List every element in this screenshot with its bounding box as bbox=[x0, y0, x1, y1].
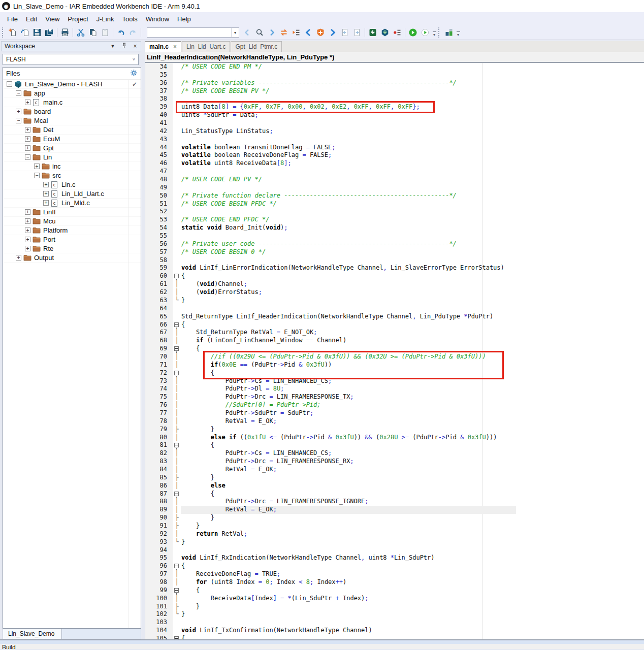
menu-jlink[interactable]: J-Link bbox=[92, 13, 118, 25]
tree-item-lin-c[interactable]: +cLin.c bbox=[3, 180, 141, 189]
menu-tools[interactable]: Tools bbox=[118, 13, 141, 25]
collapse-icon[interactable]: − bbox=[16, 118, 21, 123]
menu-project[interactable]: Project bbox=[63, 13, 92, 25]
fold-collapse-icon[interactable] bbox=[173, 345, 181, 353]
fold-collapse-icon[interactable] bbox=[173, 369, 181, 377]
menu-help[interactable]: Help bbox=[173, 13, 195, 25]
expand-icon[interactable]: + bbox=[43, 200, 49, 206]
collapse-icon[interactable]: − bbox=[25, 154, 30, 160]
tree-item-app[interactable]: −app bbox=[3, 89, 141, 98]
redo-button[interactable] bbox=[127, 26, 139, 39]
menu-edit[interactable]: Edit bbox=[22, 13, 41, 25]
expand-icon[interactable]: + bbox=[25, 218, 30, 224]
toggle-source-browser-button[interactable] bbox=[278, 26, 290, 39]
fold-collapse-icon[interactable] bbox=[173, 587, 181, 595]
tree-item-src[interactable]: −src bbox=[3, 171, 141, 180]
breakpoints-button[interactable] bbox=[391, 26, 403, 39]
configuration-selector[interactable]: FLASH ˅ bbox=[3, 54, 139, 65]
tab-gpt-lld-ptmr-c[interactable]: Gpt_Lld_Ptmr.c bbox=[231, 41, 282, 52]
tree-item-inc[interactable]: +inc bbox=[3, 162, 141, 171]
expand-icon[interactable]: + bbox=[25, 228, 30, 233]
tree-item-linif[interactable]: +LinIf bbox=[3, 208, 141, 217]
download-and-debug-button[interactable] bbox=[367, 26, 379, 39]
save-button[interactable] bbox=[31, 26, 43, 39]
tree-item-lin-lld-uart-c[interactable]: +cLin_Lld_Uart.c bbox=[3, 189, 141, 199]
menu-window[interactable]: Window bbox=[142, 13, 173, 25]
previous-bookmark-button[interactable] bbox=[302, 26, 314, 39]
tree-item-ecum[interactable]: +EcuM bbox=[3, 135, 141, 144]
expand-icon[interactable]: + bbox=[25, 145, 30, 151]
print-button[interactable] bbox=[59, 26, 71, 39]
pin-icon[interactable] bbox=[120, 43, 127, 50]
tree-item-det[interactable]: +Det bbox=[3, 125, 141, 135]
fold-collapse-icon[interactable] bbox=[173, 272, 181, 280]
previous-file-button[interactable] bbox=[339, 26, 351, 39]
expand-icon[interactable]: + bbox=[25, 100, 30, 105]
close-tab-icon[interactable]: × bbox=[173, 43, 177, 50]
menu-file[interactable]: File bbox=[3, 13, 22, 25]
undo-button[interactable] bbox=[115, 26, 127, 39]
copy-button[interactable] bbox=[87, 26, 99, 39]
tree-item-lin[interactable]: −Lin bbox=[3, 153, 141, 162]
tree-item-mcu[interactable]: +Mcu bbox=[3, 217, 141, 226]
expand-icon[interactable]: + bbox=[25, 127, 30, 133]
toolbar-overflow-dropdown[interactable]: ▾ bbox=[455, 27, 461, 38]
download-button[interactable] bbox=[379, 26, 391, 39]
find-next-button[interactable] bbox=[266, 26, 278, 39]
tree-item-board[interactable]: +board bbox=[3, 107, 141, 116]
expand-icon[interactable]: + bbox=[16, 109, 21, 114]
code-editor[interactable]: 34/* USER CODE END PM */3536/* Private v… bbox=[145, 63, 644, 639]
expand-icon[interactable]: + bbox=[16, 255, 21, 261]
toggle-bookmark-button[interactable] bbox=[314, 26, 327, 39]
toolbar-grip[interactable] bbox=[438, 27, 441, 38]
find-previous-button[interactable] bbox=[241, 26, 253, 39]
tree-item-main-c[interactable]: +cmain.c bbox=[3, 98, 141, 107]
open-document-button[interactable] bbox=[19, 26, 31, 39]
collapse-icon[interactable]: − bbox=[7, 81, 12, 87]
expand-icon[interactable]: + bbox=[43, 191, 49, 197]
workspace-tab-lin-slave-demo[interactable]: Lin_Slave_Demo bbox=[3, 629, 62, 639]
fold-collapse-icon[interactable] bbox=[173, 321, 181, 329]
chevron-down-icon[interactable]: ▾ bbox=[231, 28, 239, 37]
debug-without-downloading-button[interactable] bbox=[419, 26, 431, 39]
expand-icon[interactable]: + bbox=[25, 136, 30, 142]
tab-main-c[interactable]: main.c× bbox=[145, 41, 181, 52]
fold-collapse-icon[interactable] bbox=[173, 490, 181, 498]
goto-statement-button[interactable] bbox=[290, 26, 302, 39]
build-button[interactable] bbox=[443, 26, 455, 39]
tree-item-port[interactable]: +Port bbox=[3, 235, 141, 244]
close-workspace-icon[interactable]: × bbox=[132, 43, 139, 50]
save-all-button[interactable] bbox=[43, 26, 55, 39]
expand-icon[interactable]: + bbox=[34, 164, 40, 169]
tree-item-mcal[interactable]: −Mcal bbox=[3, 116, 141, 125]
quick-search-combobox[interactable]: ▾ bbox=[147, 27, 239, 38]
next-file-button[interactable] bbox=[351, 26, 363, 39]
workspace-menu-dropdown-icon[interactable]: ▼ bbox=[109, 44, 116, 49]
expand-icon[interactable]: + bbox=[25, 246, 30, 251]
collapse-icon[interactable]: − bbox=[34, 173, 40, 178]
tab-lin-lld-uart-c[interactable]: Lin_Lld_Uart.c bbox=[182, 41, 230, 52]
fold-collapse-icon[interactable] bbox=[173, 441, 181, 449]
gear-icon[interactable] bbox=[130, 69, 138, 78]
next-bookmark-button[interactable] bbox=[327, 26, 339, 39]
cut-button[interactable] bbox=[75, 26, 87, 39]
new-document-button[interactable] bbox=[7, 26, 19, 39]
paste-button[interactable] bbox=[99, 26, 111, 39]
run-button[interactable] bbox=[407, 26, 419, 39]
tree-item-lin-mld-c[interactable]: +cLin_Mld.c bbox=[3, 199, 141, 208]
tree-item-gpt[interactable]: +Gpt bbox=[3, 144, 141, 153]
expand-icon[interactable]: + bbox=[43, 182, 49, 187]
menu-view[interactable]: View bbox=[41, 13, 63, 25]
collapse-icon[interactable]: − bbox=[16, 90, 21, 96]
toolbar-grip[interactable] bbox=[2, 27, 5, 38]
fold-collapse-icon[interactable] bbox=[173, 635, 181, 639]
tree-item-platform[interactable]: +Platform bbox=[3, 226, 141, 235]
find-button[interactable] bbox=[253, 26, 266, 39]
tree-item-output[interactable]: +Output bbox=[3, 253, 141, 263]
expand-icon[interactable]: + bbox=[25, 237, 30, 242]
fold-collapse-icon[interactable] bbox=[173, 562, 181, 570]
tree-item-rte[interactable]: +Rte bbox=[3, 244, 141, 253]
expand-icon[interactable]: + bbox=[25, 209, 30, 215]
toolbar-overflow-dropdown[interactable]: ▾ bbox=[431, 27, 437, 38]
tree-item-lin-slave-demo-flash[interactable]: −Lin_Slave_Demo - FLASH✓ bbox=[3, 80, 141, 89]
